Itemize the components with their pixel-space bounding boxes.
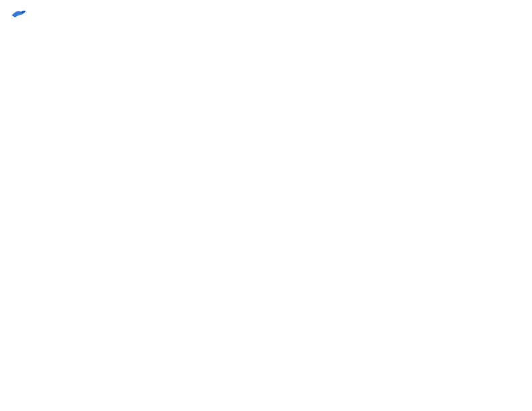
logo [9, 7, 28, 21]
page-header [7, 7, 525, 21]
logo-bird-icon [9, 7, 28, 21]
